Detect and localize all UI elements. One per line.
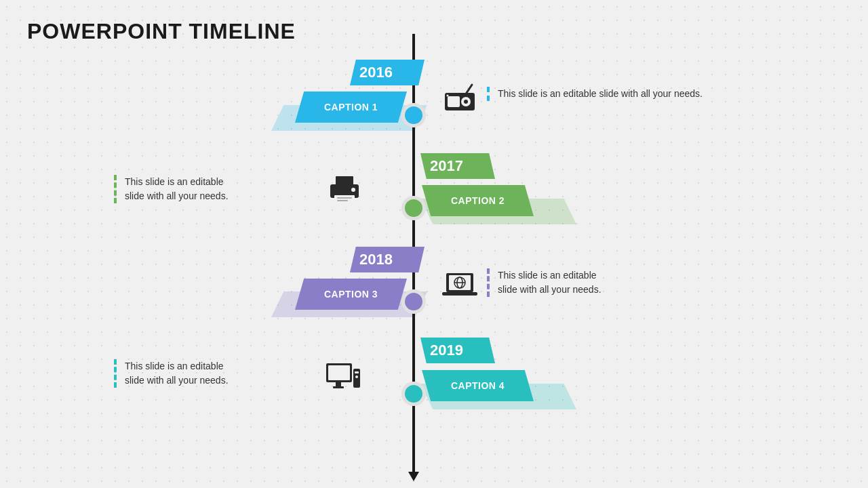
- desc-2016: This slide is an editable slide with all…: [487, 87, 703, 101]
- circle-2019: [401, 382, 426, 406]
- laptop-icon: [441, 270, 479, 300]
- svg-rect-20: [336, 382, 341, 386]
- svg-rect-8: [334, 195, 355, 203]
- radio-icon-container: [439, 80, 480, 114]
- caption-2-block: CAPTION 2: [422, 185, 534, 216]
- svg-line-1: [467, 85, 472, 93]
- svg-rect-19: [328, 365, 350, 380]
- svg-point-4: [464, 100, 468, 104]
- svg-rect-10: [337, 200, 348, 201]
- printer-icon: [328, 175, 361, 206]
- circle-2018: [401, 289, 426, 314]
- svg-point-11: [351, 188, 355, 192]
- circle-2016: [401, 103, 426, 127]
- desc-2017: This slide is an editableslide with all …: [114, 175, 229, 203]
- radio-icon: [442, 82, 477, 112]
- svg-point-24: [355, 375, 358, 378]
- caption-4-block: CAPTION 4: [422, 370, 534, 401]
- caption-1-block: CAPTION 1: [295, 92, 407, 123]
- year-2018: 2018: [350, 247, 425, 272]
- circle-2017: [401, 196, 426, 220]
- svg-rect-9: [337, 197, 352, 199]
- page-title: POWERPOINT TIMELINE: [27, 19, 296, 44]
- desc-2018: This slide is an editableslide with all …: [487, 268, 601, 297]
- svg-rect-2: [448, 96, 460, 107]
- year-2017: 2017: [420, 153, 495, 179]
- svg-rect-6: [336, 176, 353, 186]
- desktop-icon-container: [322, 362, 363, 396]
- svg-rect-23: [355, 371, 359, 373]
- svg-rect-21: [333, 386, 344, 388]
- year-2016: 2016: [350, 60, 425, 85]
- laptop-icon-container: [439, 268, 480, 302]
- desc-2019: This slide is an editableslide with all …: [114, 359, 229, 388]
- svg-point-5: [447, 95, 449, 97]
- printer-icon-container: [324, 174, 365, 207]
- desktop-icon: [323, 362, 361, 396]
- caption-3-block: CAPTION 3: [295, 279, 407, 310]
- year-2019: 2019: [420, 338, 495, 363]
